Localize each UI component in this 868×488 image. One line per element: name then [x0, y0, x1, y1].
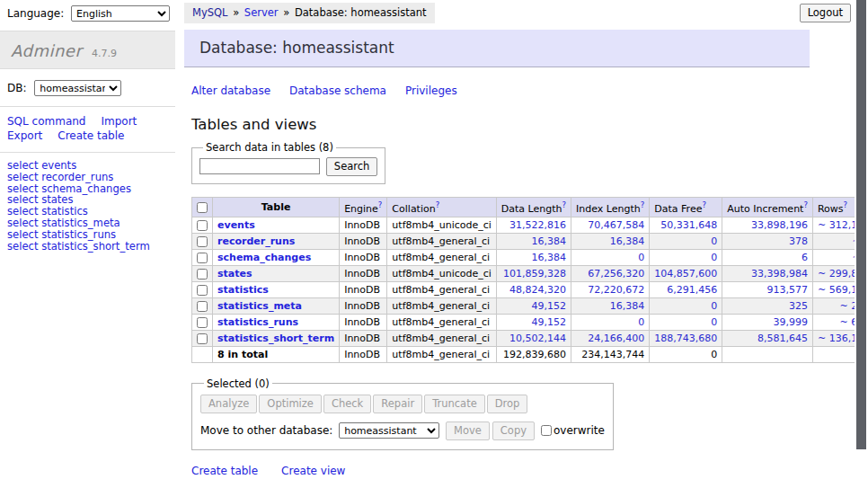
select-all-checkbox[interactable] — [197, 202, 208, 213]
data-free-cell: 0 — [650, 233, 722, 249]
column-header-data-free: Data Free? — [650, 198, 722, 217]
app-version: 4.7.9 — [92, 48, 117, 59]
help-link[interactable]: ? — [436, 200, 440, 209]
data-length-link[interactable]: 48,824,320 — [509, 284, 566, 296]
row-checkbox[interactable] — [197, 285, 208, 296]
export-link[interactable]: Export — [7, 129, 42, 142]
drop-button[interactable]: Drop — [487, 395, 528, 413]
tables-and-views-heading: Tables and views — [191, 116, 855, 133]
optimize-button[interactable]: Optimize — [259, 395, 322, 413]
row-checkbox[interactable] — [197, 317, 208, 328]
table-name-link[interactable]: statistics_short_term — [217, 333, 334, 344]
scrollbar-thumb[interactable] — [856, 0, 866, 449]
copy-button[interactable]: Copy — [492, 421, 535, 440]
row-checkbox[interactable] — [197, 253, 208, 263]
language-label: Language: — [7, 7, 64, 20]
row-checkbox[interactable] — [197, 236, 208, 247]
main-content: MySQL » Server » Database: homeassistant… — [184, 0, 855, 488]
logout-button[interactable]: Logout — [800, 4, 851, 22]
table-name-link[interactable]: recorder_runs — [217, 235, 295, 247]
brand-name: Adminer — [11, 41, 82, 60]
help-link[interactable]: ? — [803, 200, 808, 209]
search-input[interactable] — [199, 158, 320, 174]
sidebar-item-select-events[interactable]: select events — [7, 160, 168, 172]
help-link[interactable]: ? — [702, 200, 706, 209]
create-table-link-bottom[interactable]: Create table — [191, 465, 258, 477]
sidebar-item-select-statistics-meta[interactable]: select statistics_meta — [7, 217, 168, 229]
overwrite-label: overwrite — [554, 424, 605, 437]
table-name-link[interactable]: statistics_meta — [217, 300, 302, 312]
data-length-link[interactable]: 101,859,328 — [503, 268, 566, 279]
sql-command-link[interactable]: SQL command — [7, 115, 85, 128]
row-checkbox[interactable] — [197, 220, 208, 231]
import-link[interactable]: Import — [101, 115, 137, 128]
analyze-button[interactable]: Analyze — [200, 395, 257, 413]
data-length-link[interactable]: 31,522,816 — [509, 219, 566, 231]
data-length-link[interactable]: 16,384 — [532, 235, 567, 247]
column-label: Auto Increment — [727, 203, 803, 215]
data-free-cell: 0 — [650, 297, 722, 314]
table-row: statistics_runs InnoDB utf8mb4_general_c… — [192, 314, 868, 330]
move-button[interactable]: Move — [446, 421, 490, 440]
row-checkbox[interactable] — [197, 333, 208, 344]
sidebar-item-select-statistics-short-term[interactable]: select statistics_short_term — [7, 241, 168, 253]
overwrite-checkbox[interactable] — [541, 425, 552, 436]
total-label: 8 in total — [213, 346, 340, 362]
breadcrumb-server-link[interactable]: Server — [244, 6, 279, 19]
vertical-scrollbar[interactable] — [855, 0, 868, 488]
engine-cell: InnoDB — [340, 217, 387, 233]
help-link[interactable]: ? — [378, 200, 383, 209]
total-collation: utf8mb4_general_ci — [387, 346, 496, 362]
table-name-link[interactable]: statistics_runs — [217, 316, 298, 328]
data-length-link[interactable]: 16,384 — [532, 252, 567, 263]
index-length-link[interactable]: 0 — [638, 316, 644, 328]
privileges-link[interactable]: Privileges — [405, 84, 457, 97]
index-length-link[interactable]: 16,384 — [610, 300, 645, 312]
alter-database-link[interactable]: Alter database — [191, 84, 270, 97]
table-name-link[interactable]: events — [217, 219, 255, 231]
breadcrumb-mysql-link[interactable]: MySQL — [192, 6, 228, 19]
sidebar-item-select-statistics-runs[interactable]: select statistics_runs — [7, 229, 168, 241]
help-link[interactable]: ? — [562, 200, 567, 209]
index-length-link[interactable]: 0 — [638, 252, 644, 263]
tables-list-table: Table Engine? Collation? Data Length? In… — [191, 197, 868, 363]
create-table-link[interactable]: Create table — [58, 129, 124, 142]
truncate-button[interactable]: Truncate — [424, 395, 485, 413]
search-button[interactable]: Search — [326, 157, 378, 176]
table-name-link[interactable]: states — [217, 268, 252, 279]
table-name-link[interactable]: statistics — [217, 284, 269, 296]
database-schema-link[interactable]: Database schema — [289, 84, 386, 97]
table-name-link[interactable]: schema_changes — [217, 252, 311, 263]
sidebar-item-select-recorder-runs[interactable]: select recorder_runs — [7, 172, 168, 183]
column-label: Collation — [392, 203, 435, 215]
column-header-index-length: Index Length? — [571, 198, 650, 217]
index-length-link[interactable]: 24,166,400 — [588, 333, 644, 344]
data-length-link[interactable]: 10,502,144 — [509, 333, 566, 344]
help-link[interactable]: ? — [641, 200, 645, 209]
move-database-select[interactable]: homeassistant — [339, 422, 439, 439]
index-length-link[interactable]: 72,220,672 — [588, 284, 644, 296]
repair-button[interactable]: Repair — [373, 395, 422, 413]
data-length-link[interactable]: 49,152 — [532, 300, 567, 312]
table-create-links: Create tableCreate view — [191, 465, 855, 477]
check-button[interactable]: Check — [323, 395, 371, 413]
database-actions: Alter databaseDatabase schemaPrivileges — [191, 84, 855, 97]
engine-cell: InnoDB — [340, 297, 387, 314]
column-label: Data Length — [501, 203, 562, 215]
db-selector-row: DB: homeassistant — [0, 69, 175, 107]
auto-increment-cell: 33,898,196 — [722, 217, 813, 233]
data-length-link[interactable]: 49,152 — [532, 316, 567, 328]
sidebar: Language: English Adminer 4.7.9 DB: home… — [0, 0, 175, 488]
collation-cell: utf8mb4_general_ci — [387, 297, 496, 314]
index-length-link[interactable]: 16,384 — [610, 235, 645, 247]
db-select[interactable]: homeassistant — [34, 80, 121, 96]
row-checkbox[interactable] — [197, 269, 208, 279]
total-engine: InnoDB — [340, 346, 387, 362]
help-link[interactable]: ? — [844, 200, 848, 209]
row-checkbox[interactable] — [197, 301, 208, 312]
create-view-link[interactable]: Create view — [281, 465, 345, 477]
language-select[interactable]: English — [71, 5, 170, 22]
index-length-link[interactable]: 67,256,320 — [588, 268, 644, 279]
index-length-link[interactable]: 70,467,584 — [588, 219, 644, 231]
engine-cell: InnoDB — [340, 330, 387, 346]
